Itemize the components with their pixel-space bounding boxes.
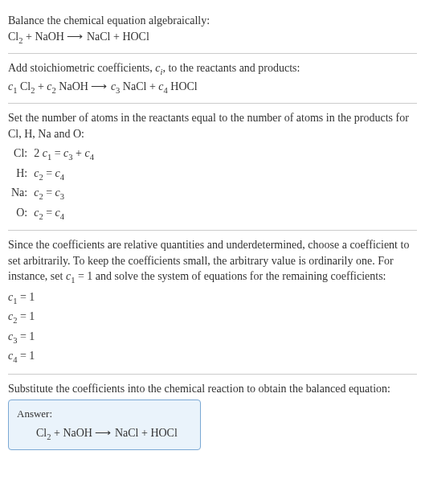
table-row: Cl:2 c1 = c3 + c4 [8, 145, 97, 164]
eq-text: NaOH [56, 80, 92, 92]
eq-text: NaCl + HOCl [84, 31, 149, 43]
balance-equation: 2 c1 = c3 + c4 [31, 145, 97, 164]
table-row: H:c2 = c4 [8, 165, 97, 184]
answer-box: Answer: Cl2 + NaOH ⟶ NaCl + HOCl [8, 400, 201, 450]
coeff-item: c1 = 1 [8, 289, 417, 308]
eq-text: + [35, 80, 47, 92]
table-row: Na:c2 = c3 [8, 184, 97, 203]
element-label: Na: [8, 184, 31, 203]
coeff-item: c3 = 1 [8, 328, 417, 347]
stoich-equation: c1 Cl2 + c2 NaOH ⟶ c3 NaCl + c4 HOCl [8, 79, 417, 96]
table-row: O:c2 = c4 [8, 204, 97, 223]
eq-text: + NaOH [22, 31, 67, 43]
section-atom-balance: Set the number of atoms in the reactants… [8, 104, 417, 230]
answer-intro: Substitute the coefficients into the che… [8, 381, 417, 397]
problem-equation: Cl2 + NaOH ⟶ NaCl + HOCl [8, 29, 417, 47]
eq-text: NaCl + [120, 80, 158, 92]
balance-equation: c2 = c4 [31, 165, 97, 184]
answer-label: Answer: [17, 407, 192, 421]
section-stoichiometric: Add stoichiometric coefficients, ci, to … [8, 54, 417, 103]
eq-text: + NaOH [51, 427, 95, 439]
coeff-list: c1 = 1c2 = 1c3 = 1c4 = 1 [8, 289, 417, 367]
eq-text: NaCl + HOCl [112, 427, 177, 439]
balance-table: Cl:2 c1 = c3 + c4H:c2 = c4Na:c2 = c3O:c2… [8, 145, 97, 223]
balance-equation: c2 = c3 [31, 184, 97, 203]
eq-text: Cl [8, 31, 18, 43]
balance-equation: c2 = c4 [31, 204, 97, 223]
text: , to the reactants and products: [162, 62, 300, 74]
eq-text: Cl [17, 80, 31, 92]
balance-tbody: Cl:2 c1 = c3 + c4H:c2 = c4Na:c2 = c3O:c2… [8, 145, 97, 223]
section-problem: Balance the chemical equation algebraica… [8, 6, 417, 53]
element-label: H: [8, 165, 31, 184]
coeff-item: c4 = 1 [8, 347, 417, 367]
element-label: Cl: [8, 145, 31, 164]
section-solve: Since the coefficients are relative quan… [8, 231, 417, 374]
coeff-item: c2 = 1 [8, 308, 417, 327]
solve-intro: Since the coefficients are relative quan… [8, 237, 417, 287]
arrow-icon: ⟶ [95, 427, 112, 439]
problem-title: Balance the chemical equation algebraica… [8, 13, 417, 29]
section-answer: Substitute the coefficients into the che… [8, 375, 417, 457]
text: Add stoichiometric coefficients, [8, 62, 155, 74]
arrow-icon: ⟶ [67, 31, 84, 43]
atom-balance-intro: Set the number of atoms in the reactants… [8, 110, 417, 141]
text: = 1 and solve the system of equations fo… [75, 270, 386, 282]
stoich-intro: Add stoichiometric coefficients, ci, to … [8, 60, 417, 78]
eq-text: HOCl [168, 80, 198, 92]
eq-text: Cl [36, 427, 47, 439]
answer-equation: Cl2 + NaOH ⟶ NaCl + HOCl [17, 425, 192, 443]
arrow-icon: ⟶ [91, 80, 108, 92]
element-label: O: [8, 204, 31, 223]
